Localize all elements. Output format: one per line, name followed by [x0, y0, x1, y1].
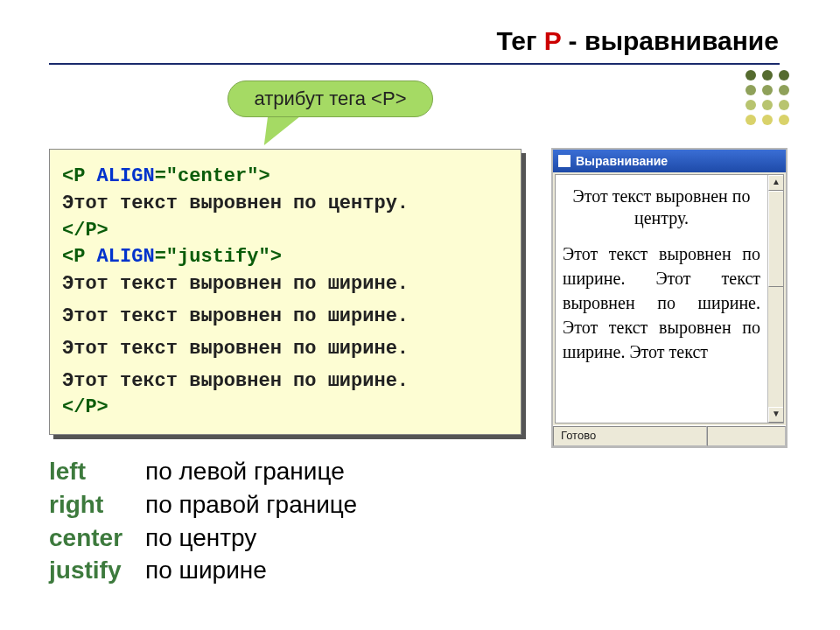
code-line: </P>: [62, 395, 508, 422]
callout-text: атрибут тега <P>: [255, 88, 407, 109]
callout-bubble: атрибут тега <P>: [228, 80, 433, 117]
dot-icon: [762, 85, 773, 95]
def-text: по левой границе: [145, 458, 345, 485]
title-underline: [49, 63, 780, 65]
definitions-list: leftпо левой границе rightпо правой гран…: [49, 455, 357, 587]
dot-icon: [746, 70, 756, 80]
page-content: Этот текст выровнен по центру. Этот текс…: [556, 175, 767, 423]
dot-icon: [746, 115, 756, 125]
def-text: по ширине: [145, 556, 267, 584]
dot-icon: [779, 70, 789, 80]
status-text: Готово: [553, 426, 707, 446]
def-key: left: [49, 455, 145, 488]
def-key: center: [49, 522, 145, 555]
code-line: <P ALIGN="center">: [62, 164, 508, 191]
scroll-down-icon[interactable]: ▼: [768, 407, 784, 423]
status-bar: Готово: [553, 425, 786, 446]
dot-icon: [746, 100, 756, 110]
title-prefix: Тег: [496, 26, 543, 55]
centered-paragraph: Этот текст выровнен по центру.: [563, 186, 760, 229]
dot-icon: [762, 100, 773, 110]
def-row: justifyпо ширине: [49, 554, 357, 587]
dot-icon: [779, 115, 789, 125]
def-text: по центру: [145, 524, 256, 551]
dot-icon: [779, 85, 789, 95]
browser-viewport: Этот текст выровнен по центру. Этот текс…: [555, 174, 784, 424]
dot-icon: [762, 70, 773, 80]
title-letter: P: [544, 26, 561, 55]
browser-preview-window: Выравнивание Этот текст выровнен по цент…: [551, 148, 788, 448]
callout-tail-icon: [257, 116, 301, 145]
code-line: <P ALIGN="justify">: [62, 244, 508, 271]
def-text: по правой границе: [145, 491, 357, 518]
code-line: </P>: [62, 218, 508, 245]
code-line: Этот текст выровнен по ширине.: [62, 304, 508, 331]
dot-icon: [746, 85, 756, 95]
window-titlebar[interactable]: Выравнивание: [553, 150, 786, 172]
justified-paragraph: Этот текст выровнен по ширине. Этот текс…: [563, 242, 760, 364]
status-pane: [707, 426, 786, 446]
scrollbar[interactable]: ▲ ▼: [767, 175, 783, 423]
def-key: justify: [49, 554, 145, 587]
def-row: rightпо правой границе: [49, 488, 357, 522]
slide-title: Тег P - выравнивание: [496, 26, 779, 56]
def-row: centerпо центру: [49, 522, 357, 555]
code-line: Этот текст выровнен по ширине.: [62, 271, 508, 298]
code-line: Этот текст выровнен по центру.: [62, 191, 508, 218]
title-suffix: - выравнивание: [561, 26, 779, 55]
code-line: Этот текст выровнен по ширине.: [62, 368, 508, 396]
dot-icon: [762, 115, 773, 125]
def-row: leftпо левой границе: [49, 455, 357, 488]
def-key: right: [49, 488, 145, 522]
code-block: <P ALIGN="center"> Этот текст выровнен п…: [49, 149, 522, 435]
window-icon: [558, 155, 570, 167]
dot-icon: [779, 100, 789, 110]
scroll-up-icon[interactable]: ▲: [768, 175, 784, 191]
decorative-dots: [746, 70, 789, 125]
code-line: Этот текст выровнен по ширине.: [62, 336, 508, 363]
scroll-thumb[interactable]: [768, 191, 784, 287]
window-title: Выравнивание: [576, 154, 780, 168]
